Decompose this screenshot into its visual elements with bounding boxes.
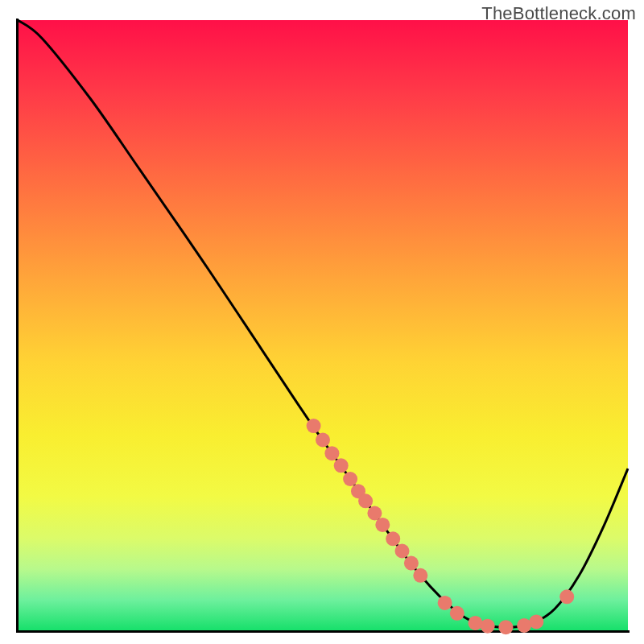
data-point [375, 518, 390, 532]
data-point [529, 614, 543, 629]
data-point [307, 419, 321, 433]
data-point [334, 458, 349, 473]
data-point [498, 620, 513, 634]
data-markers [307, 419, 575, 634]
bottleneck-curve [18, 20, 628, 627]
data-point [316, 433, 330, 448]
data-point [358, 493, 373, 508]
data-point [324, 446, 339, 460]
x-axis-line [16, 630, 630, 633]
data-point [413, 568, 427, 583]
data-point [517, 618, 531, 633]
data-point [404, 556, 419, 571]
data-point [469, 616, 483, 630]
chart-svg [18, 20, 628, 630]
data-point [438, 596, 452, 610]
watermark-text: TheBottleneck.com [481, 3, 636, 24]
data-point [450, 606, 464, 621]
data-point [343, 472, 357, 486]
data-point [559, 589, 574, 604]
data-point [386, 531, 400, 546]
data-point [395, 544, 410, 559]
data-point [481, 619, 495, 634]
chart-container: TheBottleneck.com [0, 0, 644, 644]
